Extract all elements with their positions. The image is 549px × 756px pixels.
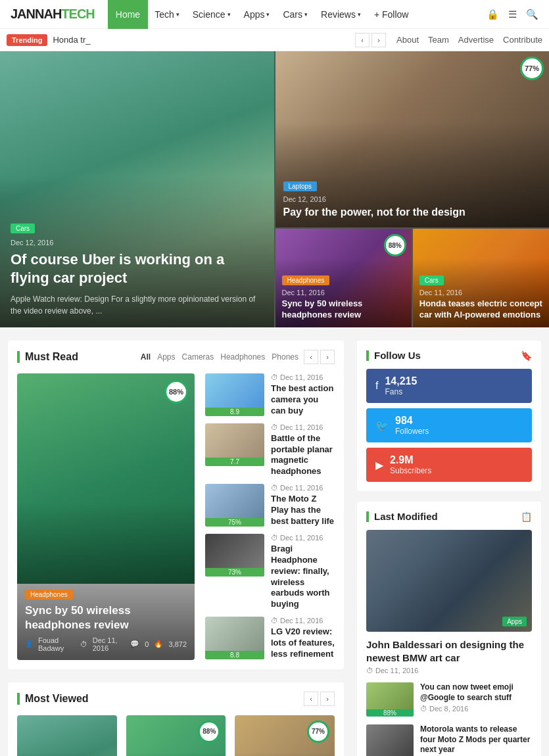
trending-nav: ‹ ›	[355, 33, 386, 47]
hero-top-right-date: Dec 12, 2016	[283, 195, 465, 203]
hero-top-right-tag: Laptops	[283, 181, 318, 191]
item-title[interactable]: The Moto Z Play has the best battery lif…	[271, 494, 335, 527]
featured-title: Sync by 50 wireless headphones review	[25, 603, 187, 632]
nav-apps[interactable]: Apps▾	[237, 0, 277, 29]
team-link[interactable]: Team	[428, 35, 449, 45]
logo[interactable]: JANNAHTECH	[11, 7, 95, 22]
tw-count: 984	[395, 415, 429, 427]
filter-phones[interactable]: Phones	[272, 352, 298, 362]
most-viewed-grid: ⏱ Dec 12, 2016 💬 0 🔥 10,717 Of course Ub…	[17, 715, 335, 756]
author-icon: 👤	[25, 640, 33, 648]
clock-icon: ⏱	[420, 705, 427, 713]
must-read-list: 8.9 ⏱ Dec 11, 2016 The best action camer…	[205, 373, 335, 660]
lm-main-title[interactable]: John Baldessari on designing the newest …	[366, 638, 532, 664]
hero-bottom-right[interactable]: Cars Dec 11, 2016 Honda teases electric …	[413, 229, 549, 327]
thumb[interactable]: 8.9	[205, 373, 264, 416]
most-viewed-section: Most Viewed ‹ › ⏱ Dec 12, 2016	[8, 682, 344, 756]
clock-icon: ⏱	[80, 640, 87, 648]
item-title[interactable]: Bragi Headphone review: finally, wireles…	[271, 544, 335, 610]
thumb[interactable]: 8.8	[205, 617, 264, 659]
nav-cars[interactable]: Cars▾	[276, 0, 314, 29]
lm-thumb[interactable]	[366, 724, 414, 756]
yt-info: ▶ 2.9M Subscribers	[375, 454, 431, 475]
follow-us-section: Follow Us 🔖 f 14,215 Fans 🐦	[357, 341, 541, 491]
header: JANNAHTECH Home Tech▾ Science▾ Apps▾ Car…	[0, 0, 549, 29]
yt-count: 2.9M	[390, 454, 431, 466]
next-arrow[interactable]: ›	[320, 692, 335, 706]
thumb[interactable]: 75%	[205, 484, 264, 527]
featured-meta: 👤 Fouad Badawy ⏱ Dec 11, 2016 💬 0 🔥 3,87…	[25, 636, 187, 652]
filter-headphones[interactable]: Headphones	[220, 352, 265, 362]
must-read-featured-content: Headphones Sync by 50 wireless headphone…	[17, 580, 195, 660]
about-link[interactable]: About	[396, 35, 419, 45]
menu-icon[interactable]: ☰	[508, 9, 517, 20]
search-icon[interactable]: 🔍	[526, 9, 538, 20]
follow-us-header: Follow Us 🔖	[366, 350, 532, 361]
nav-science[interactable]: Science▾	[186, 0, 237, 29]
last-modified-header: Last Modified 📋	[366, 511, 532, 522]
contribute-link[interactable]: Contribute	[503, 35, 542, 45]
last-modified-main[interactable]: Apps	[366, 530, 532, 632]
hero-bottom-right-title: Honda teases electric concept car with A…	[419, 298, 542, 321]
hero-top-right[interactable]: 77% Laptops Dec 12, 2016 Pay for the pow…	[275, 51, 550, 227]
bookmark-icon[interactable]: 🔖	[521, 350, 532, 361]
item-title[interactable]: The best action camera you can buy	[271, 383, 335, 417]
chevron-down-icon: ▾	[227, 0, 231, 29]
thumb[interactable]: 7.7	[205, 423, 264, 466]
mv-thumb[interactable]: 77%	[235, 715, 335, 756]
twitter-button[interactable]: 🐦 984 Followers	[366, 408, 532, 442]
filter-all[interactable]: All	[141, 352, 151, 362]
next-arrow[interactable]: ›	[320, 350, 335, 364]
next-arrow[interactable]: ›	[371, 33, 386, 47]
item-date: ⏱ Dec 11, 2016	[271, 617, 335, 625]
filter-cameras[interactable]: Cameras	[182, 352, 214, 362]
chevron-down-icon: ▾	[266, 0, 270, 29]
facebook-button[interactable]: f 14,215 Fans	[366, 369, 532, 403]
must-read-featured[interactable]: 88% Headphones Sync by 50 wireless headp…	[17, 373, 195, 660]
nav-follow[interactable]: + Follow	[368, 0, 416, 29]
mv-item: 88% ⏱ Dec 11, 2016 💬 0 🔥 8,872 Sync by 5…	[126, 715, 226, 756]
hero-section: Cars Dec 12, 2016 Of course Uber is work…	[0, 51, 549, 327]
lm-item-title[interactable]: Motorola wants to release four Moto Z Mo…	[420, 724, 532, 755]
hero-bottom-left[interactable]: 88% Headphones Dec 11, 2016 Sync by 50 w…	[275, 229, 412, 327]
list-item-info: ⏱ Dec 11, 2016 Battle of the portable pl…	[271, 423, 335, 478]
mv-thumb[interactable]	[17, 715, 117, 756]
youtube-button[interactable]: ▶ 2.9M Subscribers	[366, 448, 532, 482]
clock-icon: ⏱	[271, 373, 278, 381]
item-title[interactable]: Battle of the portable planar magnetic h…	[271, 433, 335, 478]
list-item: 7.7 ⏱ Dec 11, 2016 Battle of the portabl…	[205, 423, 335, 478]
item-date: ⏱ Dec 11, 2016	[271, 534, 335, 542]
featured-tag: Headphones	[25, 590, 73, 600]
nav-reviews[interactable]: Reviews▾	[314, 0, 368, 29]
prev-arrow[interactable]: ‹	[304, 350, 318, 364]
mv-item: 77% ⏱ Dec 12, 2016 💬 0 🔥 5,102 Pay for t…	[235, 715, 335, 756]
list-item-info: ⏱ Dec 11, 2016 Bragi Headphone review: f…	[271, 534, 335, 610]
chevron-down-icon: ▾	[176, 0, 179, 29]
lm-thumb[interactable]: 88%	[366, 682, 414, 717]
nav-home[interactable]: Home	[108, 0, 148, 29]
hero-bottom-right-tag: Cars	[419, 275, 444, 285]
nav-tech[interactable]: Tech▾	[148, 0, 186, 29]
filter-apps[interactable]: Apps	[157, 352, 175, 362]
must-read-score-badge: 88%	[164, 380, 188, 404]
thumb[interactable]: 73%	[205, 534, 264, 577]
last-modified-section: Last Modified 📋 Apps John Baldessari on …	[357, 502, 541, 756]
lm-item-title[interactable]: You can now tweet emoji @Google to searc…	[420, 682, 532, 703]
mv-thumb[interactable]: 88%	[126, 715, 226, 756]
hero-main[interactable]: Cars Dec 12, 2016 Of course Uber is work…	[0, 51, 274, 327]
chevron-down-icon: ▾	[304, 0, 308, 29]
fb-label: Fans	[385, 387, 417, 396]
list-item-info: ⏱ Dec 11, 2016 The Moto Z Play has the b…	[271, 484, 335, 527]
thumb-score: 75%	[205, 518, 264, 527]
item-title[interactable]: LG V20 review: lots of features, less re…	[271, 626, 335, 660]
prev-arrow[interactable]: ‹	[355, 33, 370, 47]
must-read-nav: ‹ ›	[304, 350, 335, 364]
prev-arrow[interactable]: ‹	[304, 692, 318, 706]
list-item: 73% ⏱ Dec 11, 2016 Bragi Headphone revie…	[205, 534, 335, 610]
advertise-link[interactable]: Advertise	[458, 35, 494, 45]
copy-icon[interactable]: 📋	[521, 511, 532, 522]
lock-icon[interactable]: 🔒	[487, 9, 499, 20]
facebook-icon: f	[375, 380, 378, 392]
lm-item-info: You can now tweet emoji @Google to searc…	[420, 682, 532, 713]
must-read-header: Must Read All Apps Cameras Headphones Ph…	[17, 350, 335, 364]
